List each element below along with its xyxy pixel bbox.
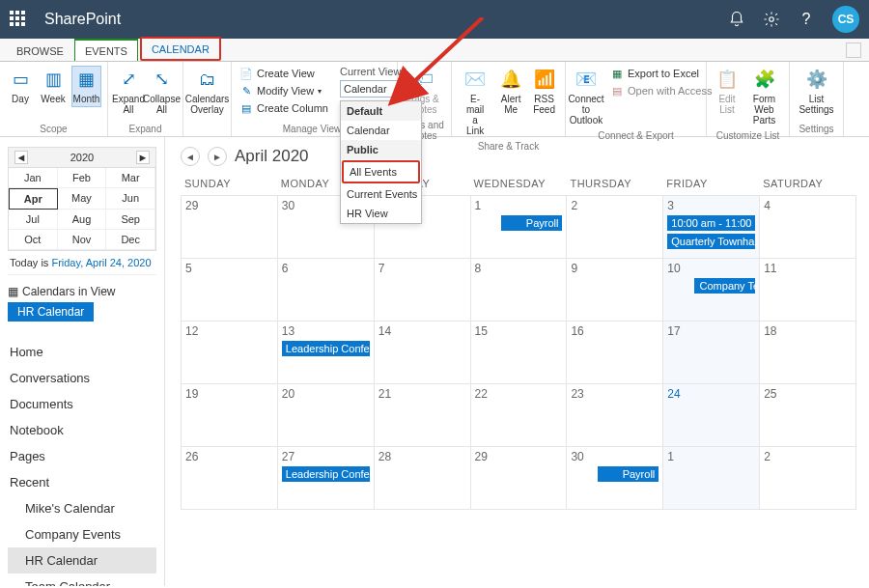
calendar-cell[interactable]: 24 bbox=[662, 383, 760, 447]
calendar-cell[interactable]: 29 bbox=[470, 446, 568, 510]
mini-month-may[interactable]: May bbox=[58, 188, 107, 210]
calendar-cell[interactable]: 15 bbox=[470, 321, 568, 384]
nav-mikes-calendar[interactable]: Mike's Calendar bbox=[8, 495, 156, 521]
modify-view-button[interactable]: ✎Modify View ▾ bbox=[238, 83, 330, 98]
calendar-event[interactable]: Leadership Confer bbox=[282, 341, 370, 356]
list-settings-button[interactable]: ⚙️List Settings bbox=[796, 66, 837, 118]
calendar-cell[interactable]: 2 bbox=[759, 446, 856, 510]
calendars-overlay-button[interactable]: 🗂Calendars Overlay bbox=[189, 66, 225, 118]
connect-outlook-button[interactable]: 📧Connect to Outlook bbox=[572, 66, 601, 128]
calendar-cell[interactable]: 2 bbox=[566, 195, 663, 259]
calendar-cell[interactable]: 310:00 am - 11:00 amQuarterly Townhall bbox=[662, 195, 760, 259]
expand-all-button[interactable]: ⤢Expand All bbox=[114, 66, 143, 118]
calendar-cell[interactable]: 19 bbox=[181, 383, 278, 447]
calendar-cell[interactable]: 17 bbox=[662, 321, 760, 384]
scope-day-button[interactable]: ▭Day bbox=[6, 66, 35, 107]
nav-team-calendar[interactable]: Team Calendar bbox=[8, 574, 156, 586]
edit-list-button[interactable]: 📋Edit List bbox=[713, 66, 742, 128]
calendar-cell[interactable]: 1Payroll bbox=[470, 195, 568, 259]
calendar-event[interactable]: Payroll bbox=[501, 215, 563, 231]
mini-month-aug[interactable]: Aug bbox=[58, 210, 107, 230]
nav-documents[interactable]: Documents bbox=[8, 391, 156, 417]
help-icon[interactable]: ? bbox=[798, 11, 815, 28]
tab-calendar[interactable]: CALENDAR bbox=[140, 37, 221, 61]
civ-chip-hr[interactable]: HR Calendar bbox=[8, 302, 94, 322]
cal-next-button[interactable]: ► bbox=[208, 147, 227, 166]
calendar-cell[interactable]: 10Company Team Bu bbox=[662, 258, 760, 322]
create-column-button[interactable]: ▤Create Column bbox=[238, 100, 330, 116]
calendar-cell[interactable]: 8 bbox=[470, 258, 568, 322]
nav-company-events[interactable]: Company Events bbox=[8, 521, 156, 547]
nav-hr-calendar[interactable]: HR Calendar bbox=[8, 547, 156, 574]
rss-feed-button[interactable]: 📶RSS Feed bbox=[529, 66, 559, 139]
scope-month-button[interactable]: ▦Month bbox=[71, 66, 101, 107]
calendar-event[interactable]: Quarterly Townhall bbox=[667, 234, 755, 249]
mini-month-apr[interactable]: Apr bbox=[9, 188, 58, 210]
calendar-cell[interactable]: 14 bbox=[374, 321, 471, 384]
view-option-current-events[interactable]: Current Events bbox=[341, 184, 421, 204]
mini-month-dec[interactable]: Dec bbox=[106, 230, 155, 250]
calendar-cell[interactable]: 5 bbox=[181, 258, 278, 322]
alert-me-button[interactable]: 🔔Alert Me bbox=[496, 66, 525, 139]
export-excel-button[interactable]: ▦Export to Excel bbox=[608, 66, 714, 81]
calendar-cell[interactable]: 28 bbox=[374, 446, 471, 510]
mini-month-feb[interactable]: Feb bbox=[58, 168, 107, 188]
calendar-cell[interactable]: 13Leadership Confer bbox=[277, 321, 375, 384]
calendar-cell[interactable]: 7 bbox=[374, 258, 471, 322]
view-option-all-events[interactable]: All Events bbox=[342, 160, 420, 183]
avatar[interactable]: CS bbox=[832, 6, 859, 33]
calendar-cell[interactable]: 16 bbox=[566, 321, 663, 384]
mini-month-jan[interactable]: Jan bbox=[9, 168, 58, 188]
calendar-cell[interactable]: 23 bbox=[566, 383, 663, 447]
mini-next-button[interactable]: ► bbox=[136, 151, 150, 164]
calendar-cell[interactable]: 1 bbox=[662, 446, 760, 510]
open-access-button[interactable]: ▤Open with Access bbox=[608, 83, 714, 98]
mini-month-jun[interactable]: Jun bbox=[106, 188, 155, 210]
calendar-cell[interactable]: 18 bbox=[759, 321, 856, 384]
mini-month-oct[interactable]: Oct bbox=[9, 230, 58, 250]
create-view-button[interactable]: 📄Create View bbox=[238, 66, 330, 81]
calendar-cell[interactable]: 6 bbox=[277, 258, 375, 322]
focus-content-icon[interactable] bbox=[846, 42, 861, 58]
view-option-calendar[interactable]: Calendar bbox=[341, 121, 421, 140]
nav-conversations[interactable]: Conversations bbox=[8, 365, 156, 391]
today-link[interactable]: Friday, April 24, 2020 bbox=[51, 257, 151, 268]
calendar-event[interactable]: 10:00 am - 11:00 am bbox=[667, 215, 755, 231]
outlook-icon: 📧 bbox=[574, 69, 599, 92]
calendar-cell[interactable]: 25 bbox=[759, 383, 856, 447]
email-link-button[interactable]: ✉️E-mail a Link bbox=[458, 66, 492, 139]
mini-month-jul[interactable]: Jul bbox=[9, 210, 58, 230]
scope-week-button[interactable]: ▥Week bbox=[39, 66, 68, 107]
calendar-event[interactable]: Payroll bbox=[598, 466, 659, 482]
nav-pages[interactable]: Pages bbox=[8, 443, 156, 469]
calendar-event[interactable]: Leadership Confer bbox=[282, 466, 370, 482]
nav-recent[interactable]: Recent bbox=[8, 469, 156, 495]
calendar-cell[interactable]: 20 bbox=[277, 383, 375, 447]
calendar-cell[interactable]: 22 bbox=[470, 383, 568, 447]
calendar-cell[interactable]: 11 bbox=[759, 258, 856, 322]
calendar-cell[interactable]: 30Payroll bbox=[566, 446, 663, 510]
mini-month-sep[interactable]: Sep bbox=[106, 210, 155, 230]
mini-month-nov[interactable]: Nov bbox=[58, 230, 107, 250]
calendar-cell[interactable]: 29 bbox=[181, 195, 278, 259]
calendar-event[interactable]: Company Team Bu bbox=[694, 278, 756, 294]
nav-home[interactable]: Home bbox=[8, 339, 156, 365]
calendar-cell[interactable]: 26 bbox=[181, 446, 278, 510]
mini-prev-button[interactable]: ◄ bbox=[14, 151, 28, 164]
gear-icon[interactable] bbox=[763, 11, 780, 28]
mini-month-mar[interactable]: Mar bbox=[106, 168, 155, 188]
tab-browse[interactable]: BROWSE bbox=[6, 40, 74, 61]
tab-events[interactable]: EVENTS bbox=[74, 39, 138, 61]
calendar-cell[interactable]: 27Leadership Confer bbox=[277, 446, 375, 510]
calendar-cell[interactable]: 4 bbox=[759, 195, 856, 259]
form-web-parts-button[interactable]: 🧩Form Web Parts bbox=[745, 66, 783, 128]
calendar-cell[interactable]: 12 bbox=[181, 321, 278, 384]
nav-notebook[interactable]: Notebook bbox=[8, 417, 156, 443]
app-launcher-icon[interactable] bbox=[10, 11, 27, 28]
view-option-hr-view[interactable]: HR View bbox=[341, 204, 421, 223]
calendar-cell[interactable]: 9 bbox=[566, 258, 663, 322]
notifications-icon[interactable] bbox=[728, 11, 745, 28]
calendar-cell[interactable]: 21 bbox=[374, 383, 471, 447]
cal-prev-button[interactable]: ◄ bbox=[181, 147, 200, 166]
collapse-all-button[interactable]: ⤡Collapse All bbox=[147, 66, 177, 118]
